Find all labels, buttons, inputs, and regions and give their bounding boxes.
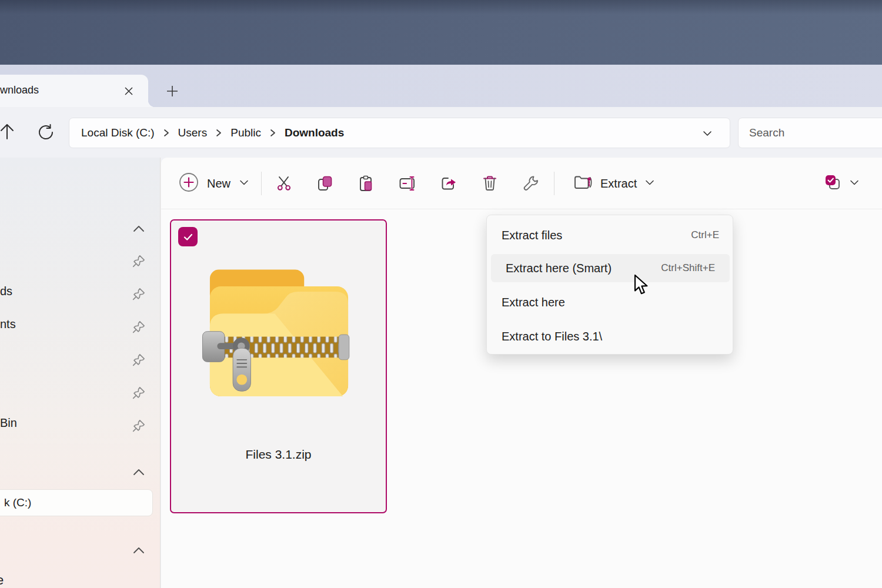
desktop-wallpaper — [0, 0, 882, 65]
trash-icon — [481, 175, 499, 192]
breadcrumb-item-downloads[interactable]: Downloads — [285, 126, 344, 139]
search-input[interactable] — [739, 118, 882, 148]
search-box[interactable] — [738, 118, 882, 148]
selection-options-button[interactable] — [823, 171, 860, 196]
chevron-right-icon — [269, 128, 276, 138]
pin-icon[interactable] — [132, 254, 146, 268]
copy-button[interactable] — [312, 171, 338, 196]
extract-button-label: Extract — [600, 177, 637, 191]
toolbar: New — [161, 158, 882, 209]
navigation-bar: Local Disk (C:) Users Public Downloads — [0, 107, 882, 158]
tab-close-icon[interactable] — [119, 81, 139, 101]
breadcrumb-item-users[interactable]: Users — [178, 126, 208, 139]
pin-icon[interactable] — [132, 386, 146, 400]
menu-item-label: Extract here — [502, 296, 565, 309]
rename-icon — [397, 175, 416, 192]
chevron-right-icon — [215, 128, 222, 138]
multi-select-icon — [823, 173, 842, 194]
menu-item-extract-here-smart[interactable]: Extract here (Smart) Ctrl+Shift+E — [491, 254, 730, 282]
sidebar-item-documents[interactable]: nts — [0, 318, 16, 331]
toolbar-divider — [261, 172, 262, 195]
up-arrow-icon[interactable] — [0, 121, 18, 143]
tab-downloads[interactable]: wnloads — [0, 75, 148, 107]
selected-checkbox[interactable] — [178, 227, 198, 246]
menu-item-extract-to-folder[interactable]: Extract to Files 3.1\ — [487, 322, 734, 350]
refresh-icon[interactable] — [34, 121, 58, 144]
menu-item-extract-here[interactable]: Extract here — [487, 288, 734, 316]
scissors-icon — [275, 175, 293, 192]
pin-icon[interactable] — [132, 320, 146, 334]
sidebar-item-downloads[interactable]: ds — [0, 285, 12, 298]
menu-item-label: Extract here (Smart) — [506, 262, 612, 275]
section-collapse-chevron-icon[interactable] — [131, 545, 147, 556]
sidebar-item-recycle-bin[interactable]: Bin — [0, 416, 17, 430]
cut-button[interactable] — [271, 171, 297, 196]
menu-item-shortcut: Ctrl+Shift+E — [661, 262, 715, 274]
sidebar-item-local-disk-c[interactable]: k (C:) — [0, 489, 153, 516]
file-name: Files 3.1.zip — [171, 447, 386, 462]
file-tile-zip[interactable]: Files 3.1.zip — [170, 219, 387, 513]
section-collapse-chevron-icon[interactable] — [131, 467, 147, 477]
share-button[interactable] — [436, 171, 462, 196]
section-collapse-chevron-icon[interactable] — [131, 223, 147, 234]
extract-dropdown-menu: Extract files Ctrl+E Extract here (Smart… — [486, 215, 733, 355]
breadcrumb-item-drive[interactable]: Local Disk (C:) — [81, 126, 155, 139]
paste-button[interactable] — [353, 171, 379, 196]
zip-folder-icon — [573, 173, 593, 193]
pin-icon[interactable] — [132, 287, 146, 301]
menu-item-label: Extract files — [502, 229, 562, 242]
tab-strip: wnloads — [0, 65, 882, 107]
breadcrumb-item-public[interactable]: Public — [230, 126, 261, 139]
wrench-icon — [522, 175, 540, 192]
pin-icon[interactable] — [132, 353, 146, 367]
chevron-right-icon — [163, 128, 170, 138]
address-dropdown-chevron-icon[interactable] — [701, 128, 713, 142]
chevron-down-icon — [644, 177, 655, 190]
rename-button[interactable] — [394, 171, 420, 196]
delete-button[interactable] — [477, 171, 503, 196]
extract-button[interactable]: Extract — [569, 169, 659, 198]
new-button[interactable]: New — [175, 169, 253, 198]
new-button-label: New — [207, 177, 230, 191]
paste-icon — [358, 175, 375, 192]
new-tab-button[interactable] — [162, 81, 182, 101]
sidebar-item-partial[interactable]: e — [0, 573, 4, 588]
breadcrumb[interactable]: Local Disk (C:) Users Public Downloads — [69, 118, 730, 148]
tab-title: wnloads — [0, 84, 39, 96]
add-circle-icon — [179, 172, 199, 195]
files-app-window: wnloads Local Disk (C:) Users Public — [0, 0, 882, 588]
chevron-down-icon — [849, 177, 860, 190]
tools-button[interactable] — [518, 171, 544, 196]
mouse-cursor — [634, 274, 649, 298]
sidebar: ds nts Bin k (C:) e — [0, 158, 161, 588]
drive-label: k (C:) — [4, 496, 31, 509]
menu-item-shortcut: Ctrl+E — [691, 229, 719, 241]
menu-item-label: Extract to Files 3.1\ — [502, 330, 602, 343]
copy-icon — [316, 175, 334, 192]
chevron-down-icon — [239, 177, 249, 190]
menu-item-extract-files[interactable]: Extract files Ctrl+E — [487, 221, 734, 249]
pin-icon[interactable] — [132, 419, 146, 433]
zip-file-icon — [195, 250, 363, 410]
share-icon — [440, 175, 457, 192]
toolbar-divider — [554, 172, 554, 195]
